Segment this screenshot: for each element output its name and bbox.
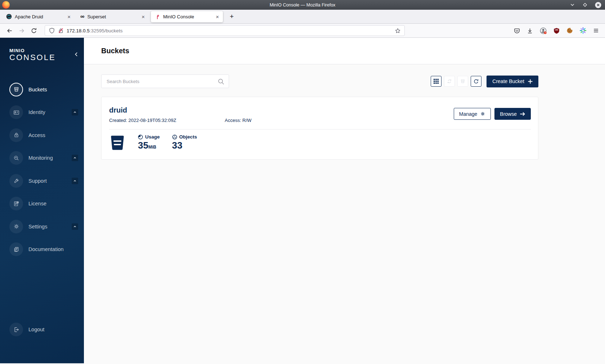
browser-toolbar: 172.18.0.5:32595/buckets UO	[0, 24, 605, 38]
menu-hamburger-icon[interactable]	[593, 27, 599, 34]
bucket-card[interactable]: druid Created: 2022-08-19T05:32:09Z Acce…	[101, 97, 538, 160]
chevron-up-icon[interactable]	[72, 109, 78, 115]
url-host: 172.18.0.5	[67, 28, 90, 33]
tab-close-icon[interactable]: ×	[215, 14, 220, 19]
window-titlebar: MinIO Console — Mozilla Firefox	[0, 0, 605, 10]
minio-console-logo: MINIO CONSOLE	[0, 38, 84, 62]
card-divider	[109, 129, 531, 129]
superset-favicon-icon: ∞	[80, 14, 84, 19]
tab-close-icon[interactable]: ×	[66, 14, 72, 19]
url-path: :32595/buckets	[90, 28, 123, 33]
create-bucket-button[interactable]: Create Bucket	[487, 76, 538, 87]
sidebar-item-label: Settings	[28, 224, 47, 229]
tab-label: MinIO Console	[163, 14, 212, 19]
usage-label: Usage	[145, 134, 160, 140]
sidebar-item-label: Logout	[28, 327, 44, 332]
tab-superset[interactable]: ∞ Superset ×	[77, 11, 149, 22]
search-input[interactable]	[102, 75, 229, 88]
sidebar-item-documentation[interactable]: Documentation	[0, 238, 84, 261]
window-title: MinIO Console — Mozilla Firefox	[0, 3, 605, 8]
logout-icon	[9, 323, 23, 336]
bucket-icon	[9, 83, 23, 96]
back-icon[interactable]	[4, 26, 14, 36]
sidebar-item-license[interactable]: License	[0, 192, 84, 215]
maximize-icon[interactable]	[582, 2, 588, 8]
usage-unit: MiB	[148, 145, 156, 150]
tab-apache-druid[interactable]: Apache Druid ×	[3, 11, 75, 22]
sidebar-item-label: Documentation	[28, 246, 64, 252]
reload-icon[interactable]	[29, 26, 39, 36]
sidebar-item-label: License	[28, 201, 46, 206]
chevron-up-icon[interactable]	[72, 223, 78, 230]
sidebar-collapse-icon[interactable]	[73, 51, 79, 57]
ublock-origin-icon[interactable]: UO	[553, 27, 560, 34]
tab-close-icon[interactable]: ×	[140, 14, 146, 19]
plus-icon	[528, 79, 533, 84]
sidebar-item-support[interactable]: Support	[0, 169, 84, 192]
usage-pie-icon	[138, 135, 143, 140]
forward-icon[interactable]	[17, 26, 27, 36]
minio-favicon-icon	[154, 14, 160, 19]
tab-label: Superset	[87, 14, 138, 19]
sidebar-item-label: Monitoring	[28, 155, 53, 161]
sidebar-item-settings[interactable]: Settings	[0, 215, 84, 238]
sidebar-item-access[interactable]: Access	[0, 124, 84, 147]
browse-button[interactable]: Browse	[494, 108, 531, 120]
close-window-icon[interactable]	[595, 2, 601, 8]
sidebar-menu: Buckets Identity Access	[0, 78, 84, 261]
downloads-icon[interactable]	[526, 27, 533, 34]
window-controls	[570, 0, 601, 10]
lock-user-icon	[9, 128, 23, 142]
shield-icon[interactable]	[49, 27, 55, 34]
sidebar-item-label: Access	[28, 132, 45, 138]
grid-icon	[434, 79, 439, 84]
arrow-right-icon	[520, 111, 525, 117]
toolbar-right-icons: UO	[514, 27, 601, 35]
objects-icon	[172, 135, 177, 140]
sidebar-item-buckets[interactable]: Buckets	[0, 78, 84, 101]
url-bar[interactable]: 172.18.0.5:32595/buckets	[45, 25, 405, 36]
page-title: Buckets	[101, 47, 129, 55]
book-icon	[9, 242, 23, 256]
grid-view-button[interactable]	[431, 76, 442, 87]
refresh-button[interactable]	[471, 76, 481, 87]
manage-gear-icon	[480, 111, 485, 117]
gear-icon	[9, 220, 23, 233]
create-bucket-label: Create Bucket	[492, 78, 524, 84]
svg-text:UO: UO	[555, 29, 558, 31]
bucket-created: Created: 2022-08-19T05:32:09Z	[109, 118, 225, 123]
account-extension-icon[interactable]	[539, 27, 547, 35]
refresh-icon	[473, 78, 479, 84]
bucket-access: Access: R/W	[225, 118, 251, 123]
sidebar-item-monitoring[interactable]: Monitoring	[0, 147, 84, 170]
extension-sparkle-icon[interactable]	[579, 27, 587, 34]
sidebar-item-logout[interactable]: Logout	[0, 318, 84, 341]
cookie-icon[interactable]	[566, 27, 573, 34]
support-wrench-icon	[9, 174, 23, 188]
bookmark-star-icon[interactable]	[395, 28, 401, 34]
chevron-up-icon[interactable]	[72, 178, 78, 184]
sidebar-item-label: Buckets	[28, 87, 47, 92]
usage-value: 35	[138, 140, 148, 151]
objects-value: 33	[172, 141, 197, 150]
browse-label: Browse	[500, 111, 517, 117]
usage-metric: Usage 35MiB	[138, 134, 160, 150]
sidebar-item-label: Support	[28, 178, 47, 184]
logo-minio-text: MINIO	[9, 48, 84, 53]
sync-arrows-icon	[447, 78, 452, 84]
minimize-icon[interactable]	[570, 2, 575, 8]
pocket-icon[interactable]	[514, 27, 520, 34]
sidebar-item-identity[interactable]: Identity	[0, 101, 84, 124]
delete-buckets-button	[457, 76, 468, 87]
sidebar: MINIO CONSOLE Buckets Identity	[0, 38, 84, 363]
chevron-up-icon[interactable]	[72, 155, 78, 161]
new-tab-button[interactable]: +	[228, 13, 236, 21]
bucket-large-icon	[109, 134, 126, 151]
tab-minio-console[interactable]: MinIO Console ×	[151, 11, 223, 22]
page-header: Buckets	[84, 38, 605, 64]
lock-insecure-icon[interactable]	[58, 27, 64, 34]
license-document-icon	[9, 197, 23, 210]
manage-label: Manage	[459, 111, 478, 117]
manage-button[interactable]: Manage	[454, 108, 491, 120]
search-icon	[218, 78, 225, 85]
